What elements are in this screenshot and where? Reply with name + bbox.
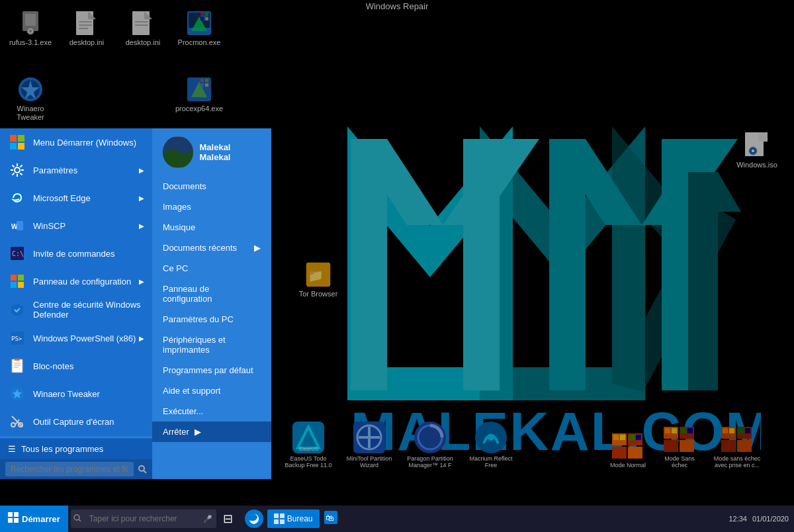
start-menu: Menu Démarrer (Windows) <box>0 128 271 479</box>
sm-right-images[interactable]: Images <box>152 197 271 217</box>
taskbar-search-icon <box>73 514 81 524</box>
shutdown-arrow: ▶ <box>195 427 201 437</box>
sm-item-edge[interactable]: Microsoft Edge ▶ <box>0 184 152 212</box>
shield-icon <box>8 300 26 319</box>
svg-rect-148 <box>280 519 285 524</box>
svg-line-107 <box>21 173 22 175</box>
sm-right-musique[interactable]: Musique <box>152 217 271 238</box>
svg-rect-139 <box>8 512 13 517</box>
windows-logo-icon <box>8 512 19 525</box>
cmd-icon: C:\_ <box>8 244 26 263</box>
sm-control-label: Panneau de configuration <box>33 277 131 287</box>
start-menu-right: Malekal Malekal Documents Images Musique… <box>152 128 271 479</box>
sm-notepad-label: Bloc-notes <box>33 361 73 371</box>
desktop: Windows Repair <box>0 0 794 506</box>
control-panel-icon <box>8 272 26 290</box>
sm-powershell-label: Windows PowerShell (x86) <box>33 333 136 343</box>
parametres-arrow: ▶ <box>139 167 144 174</box>
docs-recents-arrow: ▶ <box>254 243 261 253</box>
taskbar-edge-button[interactable] <box>245 510 263 528</box>
sm-item-menu-demarrer[interactable]: Menu Démarrer (Windows) <box>0 128 152 156</box>
sm-all-programs[interactable]: ☰ Tous les programmes <box>0 439 152 459</box>
sm-right-documents[interactable]: Documents <box>152 176 271 197</box>
sm-user-section[interactable]: Malekal Malekal <box>152 128 271 176</box>
sm-right-aide[interactable]: Aide et support <box>152 380 271 401</box>
svg-rect-140 <box>14 512 19 517</box>
svg-rect-116 <box>11 275 17 281</box>
sm-cmd-label: Invite de commandes <box>33 249 115 259</box>
start-label: Démarrer <box>22 514 60 524</box>
start-button[interactable]: Démarrer <box>0 506 68 532</box>
svg-point-101 <box>15 167 20 173</box>
sm-item-winscp[interactable]: W WinSCP ▶ <box>0 212 152 240</box>
svg-rect-118 <box>11 282 17 288</box>
taskbar-bureau-button[interactable]: Bureau <box>267 510 320 528</box>
sm-right-executer[interactable]: Exécuter... <box>152 401 271 421</box>
sm-item-capture[interactable]: Outil Capture d'écran <box>0 408 152 435</box>
all-programs-label: Tous les programmes <box>21 444 103 454</box>
notepad-icon <box>8 357 26 375</box>
taskbar-store-button[interactable]: 🛍 <box>324 510 338 528</box>
sm-item-defender[interactable]: Centre de sécurité Windows Defender <box>0 295 152 324</box>
sm-item-control[interactable]: Panneau de configuration ▶ <box>0 267 152 295</box>
sm-item-powershell[interactable]: PS> Windows PowerShell (x86) ▶ <box>0 324 152 352</box>
sm-search-input[interactable] <box>5 462 134 476</box>
sm-search-bar <box>0 459 152 479</box>
sm-right-programmes[interactable]: Programmes par défaut <box>152 360 271 380</box>
user-avatar <box>163 136 193 168</box>
svg-rect-113 <box>17 221 23 230</box>
svg-rect-146 <box>280 513 285 518</box>
sm-winaero-label: Winaero Tweaker <box>33 389 100 399</box>
taskbar-search-input[interactable] <box>71 510 216 528</box>
search-wrapper: 🎤 <box>68 510 216 528</box>
svg-rect-119 <box>18 282 24 288</box>
taskbar-apps: Bureau 🛍 <box>242 510 341 528</box>
sm-user-name: Malekal Malekal <box>200 142 261 162</box>
powershell-icon: PS> <box>8 329 26 347</box>
sm-winscp-label: WinSCP <box>33 221 66 231</box>
svg-rect-98 <box>18 135 24 142</box>
winaero-sm-icon <box>8 384 26 403</box>
all-programs-icon: ☰ <box>8 444 16 454</box>
svg-line-109 <box>13 173 15 175</box>
svg-text:🛍: 🛍 <box>326 513 334 523</box>
shutdown-label: Arrêter <box>163 427 189 437</box>
sm-defender-label: Centre de sécurité Windows Defender <box>33 300 144 320</box>
svg-text:PS>: PS> <box>11 335 22 342</box>
svg-text:C:\_: C:\_ <box>12 250 24 258</box>
sm-shutdown[interactable]: Arrêter ▶ <box>152 421 271 442</box>
svg-point-130 <box>11 423 15 427</box>
svg-rect-117 <box>18 275 24 281</box>
task-view-button[interactable]: ⊟ <box>220 511 236 526</box>
sm-right-peripheriques[interactable]: Périphériques et imprimantes <box>152 330 271 360</box>
svg-point-143 <box>74 515 79 520</box>
svg-rect-97 <box>10 135 17 142</box>
bureau-icon <box>274 513 285 524</box>
sm-right-panneau[interactable]: Panneau de configuration <box>152 279 271 309</box>
sm-right-parametres-pc[interactable]: Paramètres du PC <box>152 309 271 330</box>
svg-line-144 <box>79 519 81 521</box>
start-logo-icon <box>8 133 26 152</box>
sm-item-winaero[interactable]: Winaero Tweaker <box>0 380 152 408</box>
svg-point-133 <box>139 466 144 471</box>
sm-item-cmd[interactable]: C:\_ Invite de commandes <box>0 240 152 267</box>
edge-icon <box>8 189 26 207</box>
svg-line-108 <box>21 165 22 167</box>
winscp-arrow: ▶ <box>139 222 144 230</box>
sm-right-docs-recents[interactable]: Documents récents ▶ <box>152 238 271 258</box>
taskbar-mic-icon: 🎤 <box>203 515 212 523</box>
sm-item-parametres[interactable]: Paramètres ▶ <box>0 156 152 184</box>
svg-rect-145 <box>274 513 279 518</box>
powershell-arrow: ▶ <box>139 335 144 342</box>
svg-rect-141 <box>8 518 13 523</box>
svg-rect-100 <box>18 143 24 150</box>
start-menu-left: Menu Démarrer (Windows) <box>0 128 152 479</box>
svg-line-134 <box>144 470 146 473</box>
taskbar-time: 12:34 <box>728 515 747 523</box>
sm-item-notepad[interactable]: Bloc-notes <box>0 352 152 380</box>
taskbar-right: 12:34 01/01/2020 <box>728 515 794 523</box>
sm-right-ce-pc[interactable]: Ce PC <box>152 258 271 279</box>
svg-rect-122 <box>12 359 22 373</box>
taskbar: Démarrer 🎤 ⊟ Bureau <box>0 506 794 532</box>
svg-rect-142 <box>14 518 19 523</box>
